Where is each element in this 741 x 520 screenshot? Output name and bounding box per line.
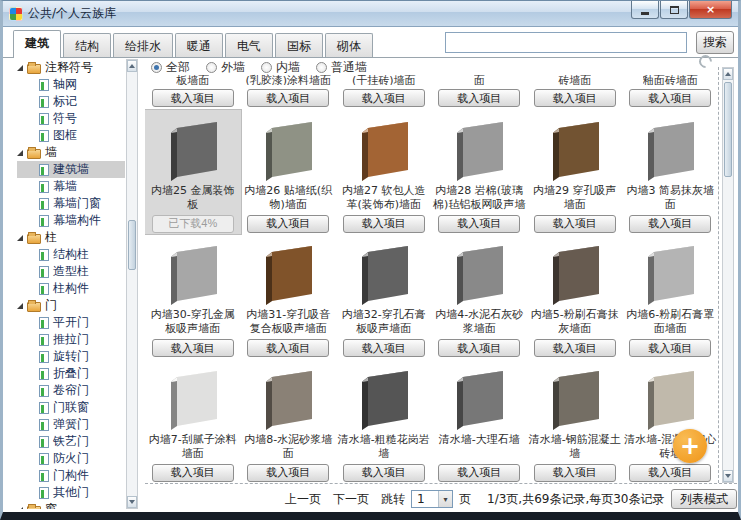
next-page-link[interactable]: 下一页: [333, 491, 369, 508]
tab-item[interactable]: 国标: [275, 33, 323, 57]
load-project-button[interactable]: 载入项目: [534, 89, 616, 107]
expander-icon[interactable]: [17, 65, 23, 71]
expander-icon[interactable]: [17, 303, 23, 309]
load-project-button[interactable]: 载入项目: [629, 89, 711, 107]
tab-item[interactable]: 给排水: [113, 33, 173, 57]
scroll-up-icon[interactable]: [723, 68, 733, 80]
add-button[interactable]: +: [673, 429, 707, 463]
scrollbar-thumb[interactable]: [724, 82, 732, 177]
family-tile[interactable]: 内墙6-粉刷石膏罩面墙面载入项目: [623, 234, 719, 358]
family-tile[interactable]: 内墙29 穿孔吸声墙面载入项目: [527, 110, 623, 234]
tree-leaf-item[interactable]: 平开门: [17, 314, 125, 331]
family-tile[interactable]: 内墙4-水泥石灰砂浆墙面载入项目: [432, 234, 528, 358]
list-mode-button[interactable]: 列表模式: [671, 489, 737, 509]
family-tile[interactable]: 清水墙-粗糙花岗岩墙载入项目: [336, 359, 432, 483]
family-tile[interactable]: 内墙7-刮腻子涂料墙面载入项目: [145, 359, 241, 483]
load-project-button[interactable]: 载入项目: [152, 339, 234, 357]
load-project-button[interactable]: 载入项目: [534, 464, 616, 482]
search-button[interactable]: 搜索: [696, 31, 734, 54]
family-tile[interactable]: 内墙26 贴墙纸(织物)墙面载入项目: [241, 110, 337, 234]
tab-item[interactable]: 建筑: [13, 30, 61, 58]
tree-leaf-item[interactable]: 卷帘门: [17, 382, 125, 399]
scroll-up-icon[interactable]: [127, 60, 137, 72]
family-tile[interactable]: 清水墙-钢筋混凝土墙载入项目: [527, 359, 623, 483]
tree-scrollbar[interactable]: [126, 59, 138, 509]
prev-page-link[interactable]: 上一页: [285, 491, 321, 508]
family-tile[interactable]: 内墙8-水泥砂浆墙面载入项目: [241, 359, 337, 483]
load-project-button[interactable]: 载入项目: [629, 215, 711, 233]
load-project-button[interactable]: 载入项目: [152, 89, 234, 107]
load-project-button[interactable]: 载入项目: [247, 89, 329, 107]
family-tile[interactable]: 内墙27 软包人造革(装饰布)墙面载入项目: [336, 110, 432, 234]
load-project-button[interactable]: 载入项目: [247, 339, 329, 357]
tree-leaf-item[interactable]: 门构件: [17, 467, 125, 484]
load-project-button[interactable]: 载入项目: [438, 464, 520, 482]
load-project-button[interactable]: 载入项目: [152, 464, 234, 482]
scroll-down-icon[interactable]: [723, 470, 733, 482]
load-project-button[interactable]: 载入项目: [343, 89, 425, 107]
load-project-button[interactable]: 载入项目: [438, 339, 520, 357]
tree-folder-item[interactable]: 注释符号: [17, 59, 125, 76]
load-project-button[interactable]: 载入项目: [438, 89, 520, 107]
tree-leaf-item[interactable]: 防火门: [17, 450, 125, 467]
load-project-button[interactable]: 载入项目: [534, 215, 616, 233]
tree-leaf-item[interactable]: 推拉门: [17, 331, 125, 348]
tab-item[interactable]: 电气: [225, 33, 273, 57]
family-tile[interactable]: 内墙3 简易抹灰墙面载入项目: [623, 110, 719, 234]
expander-icon[interactable]: [17, 150, 23, 156]
tree-leaf-item[interactable]: 门联窗: [17, 399, 125, 416]
tree-leaf-item[interactable]: 折叠门: [17, 365, 125, 382]
tree-leaf-item[interactable]: 铁艺门: [17, 433, 125, 450]
tree-leaf-item[interactable]: 弹簧门: [17, 416, 125, 433]
family-tile[interactable]: 清水墙-混凝土空心砖墙载入项目: [623, 359, 719, 483]
scroll-down-icon[interactable]: [127, 496, 137, 508]
download-progress-button[interactable]: 已下载4%: [152, 215, 234, 233]
family-tile[interactable]: 内墙32-穿孔石膏板吸声墙面载入项目: [336, 234, 432, 358]
tree-leaf-item[interactable]: 结构柱: [17, 246, 125, 263]
load-project-button[interactable]: 载入项目: [247, 215, 329, 233]
tab-item[interactable]: 暖通: [175, 33, 223, 57]
family-tile[interactable]: 内墙30-穿孔金属板吸声墙面载入项目: [145, 234, 241, 358]
tree-leaf-item[interactable]: 其他门: [17, 484, 125, 501]
page-select[interactable]: 1 ▾: [411, 490, 453, 508]
grid-scrollbar[interactable]: [722, 67, 734, 483]
load-project-button[interactable]: 载入项目: [534, 339, 616, 357]
load-project-button[interactable]: 载入项目: [629, 464, 711, 482]
tree-leaf-item[interactable]: 幕墙构件: [17, 212, 125, 229]
tree-leaf-item[interactable]: 轴网: [17, 76, 125, 93]
tree-leaf-item[interactable]: 图框: [17, 127, 125, 144]
tree-folder-item[interactable]: 窗: [17, 501, 125, 509]
tab-item[interactable]: 结构: [63, 33, 111, 57]
scrollbar-thumb[interactable]: [128, 220, 136, 270]
load-project-button[interactable]: 载入项目: [438, 215, 520, 233]
tree-leaf-item[interactable]: 造型柱: [17, 263, 125, 280]
family-tile[interactable]: 内墙25 金属装饰板已下载4%: [145, 110, 241, 234]
tab-item[interactable]: 砌体: [325, 33, 373, 57]
family-tile[interactable]: 清水墙-大理石墙载入项目: [432, 359, 528, 483]
load-project-button[interactable]: 载入项目: [343, 464, 425, 482]
family-tile[interactable]: 内墙31-穿孔吸音复合板吸声墙面载入项目: [241, 234, 337, 358]
tree-leaf-item[interactable]: 建筑墙: [17, 161, 125, 178]
close-button[interactable]: ×: [689, 1, 732, 19]
load-project-button[interactable]: 载入项目: [247, 464, 329, 482]
tree-folder-item[interactable]: 门: [17, 297, 125, 314]
search-input[interactable]: [445, 32, 687, 53]
minimize-button[interactable]: [631, 1, 659, 19]
load-project-button[interactable]: 载入项目: [629, 339, 711, 357]
maximize-button[interactable]: [660, 1, 688, 19]
expander-icon[interactable]: [17, 507, 23, 510]
family-tile[interactable]: 内墙28 岩棉(玻璃棉)毡铝板网吸声墙面载入项目: [432, 110, 528, 234]
tree-folder-item[interactable]: 墙: [17, 144, 125, 161]
tree-leaf-item[interactable]: 旋转门: [17, 348, 125, 365]
tree-leaf-item[interactable]: 符号: [17, 110, 125, 127]
tree-leaf-item[interactable]: 柱构件: [17, 280, 125, 297]
load-project-button[interactable]: 载入项目: [343, 215, 425, 233]
tree-leaf-item[interactable]: 幕墙: [17, 178, 125, 195]
tree-leaf-item[interactable]: 标记: [17, 93, 125, 110]
tree-leaf-item[interactable]: 幕墙门窗: [17, 195, 125, 212]
chevron-down-icon[interactable]: ▾: [438, 491, 452, 507]
tree-folder-item[interactable]: 柱: [17, 229, 125, 246]
family-tile[interactable]: 内墙5-粉刷石膏抹灰墙面载入项目: [527, 234, 623, 358]
load-project-button[interactable]: 载入项目: [343, 339, 425, 357]
expander-icon[interactable]: [17, 235, 23, 241]
